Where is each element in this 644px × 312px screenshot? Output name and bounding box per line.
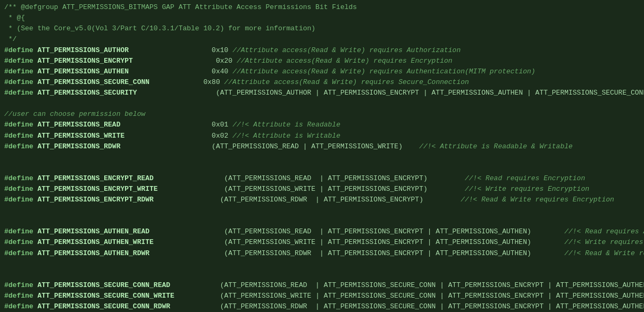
code-line [0,259,644,269]
code-line: #define ATT_PERMISSIONS_AUTHEN_RDWR (ATT… [0,248,644,259]
code-line: */ [0,34,644,45]
code-line: #define ATT_PERMISSIONS_AUTHEN 0x40 //At… [0,66,644,77]
code-line: #define ATT_PERMISSIONS_AUTHEN_WRITE (AT… [0,237,644,248]
code-container: /** @defgroup ATT_PERMISSIONS_BITMAPS GA… [0,0,644,312]
code-line: #define ATT_PERMISSIONS_ENCRYPT 0x20 //A… [0,56,644,66]
code-line: /** @defgroup ATT_PERMISSIONS_BITMAPS GA… [0,2,644,13]
code-line: #define ATT_PERMISSIONS_SECURE_CONN_WRIT… [0,291,644,301]
code-line [0,216,644,226]
code-line [0,152,644,163]
code-line: #define ATT_PERMISSIONS_ENCRYPT_WRITE (A… [0,184,644,195]
code-line: * (See the Core_v5.0(Vol 3/Part C/10.3.1… [0,23,644,34]
code-line: //user can choose permission below [0,109,644,120]
code-line: * @{ [0,13,644,23]
code-line: #define ATT_PERMISSIONS_AUTHOR 0x10 //At… [0,45,644,56]
code-line [0,98,644,109]
code-line: #define ATT_PERMISSIONS_SECURITY (ATT_PE… [0,88,644,98]
code-line: #define ATT_PERMISSIONS_SECURE_CONN_RDWR… [0,301,644,312]
code-line [0,163,644,173]
code-line [0,269,644,280]
code-line: #define ATT_PERMISSIONS_RDWR (ATT_PERMIS… [0,141,644,152]
code-line: #define ATT_PERMISSIONS_WRITE 0x02 //!< … [0,131,644,141]
code-line: #define ATT_PERMISSIONS_AUTHEN_READ (ATT… [0,226,644,237]
code-line: #define ATT_PERMISSIONS_ENCRYPT_READ (AT… [0,173,644,184]
code-line: #define ATT_PERMISSIONS_SECURE_CONN 0x80… [0,77,644,88]
code-line: #define ATT_PERMISSIONS_ENCRYPT_RDWR (AT… [0,195,644,205]
code-line: #define ATT_PERMISSIONS_SECURE_CONN_READ… [0,280,644,291]
code-line: #define ATT_PERMISSIONS_READ 0x01 //!< A… [0,120,644,130]
code-line [0,205,644,216]
